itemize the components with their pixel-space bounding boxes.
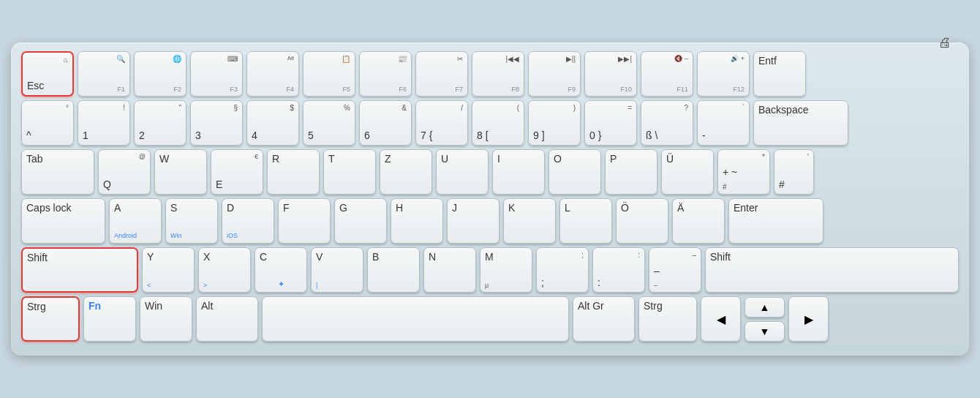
- key-o[interactable]: O: [549, 149, 601, 195]
- key-shift-left[interactable]: Shift: [21, 247, 138, 293]
- key-minus[interactable]: – – –: [649, 247, 701, 293]
- key-0[interactable]: = 0 }: [584, 100, 637, 146]
- key-f9[interactable]: ▶|| F9: [528, 51, 581, 97]
- key-semicolon[interactable]: ; ;: [536, 247, 589, 293]
- key-f10[interactable]: ▶▶| F10: [584, 51, 637, 97]
- key-v[interactable]: V |: [311, 247, 363, 293]
- key-entf[interactable]: Entf: [753, 51, 806, 97]
- key-7[interactable]: / 7 {: [415, 100, 468, 146]
- key-plus[interactable]: * + ~ #: [717, 149, 770, 195]
- key-f[interactable]: F: [278, 198, 331, 244]
- key-b[interactable]: B: [367, 247, 420, 293]
- key-hash2[interactable]: ' #: [774, 149, 814, 195]
- key-5[interactable]: % 5: [303, 100, 355, 146]
- key-ae[interactable]: Ä: [672, 198, 725, 244]
- function-row: ⌂ Esc 🔍 F1 🌐 F2 ⌨ F3 Alt F4 📋 F5 📰 F6 ✂: [21, 51, 959, 97]
- key-enter[interactable]: Enter: [728, 198, 823, 244]
- key-m[interactable]: M μ: [480, 247, 532, 293]
- key-q[interactable]: @ Q: [98, 149, 151, 195]
- key-l[interactable]: L: [559, 198, 612, 244]
- keyboard: 🖨 ⌂ Esc 🔍 F1 🌐 F2 ⌨ F3 Alt F4 📋 F5 📰: [11, 42, 969, 356]
- key-n[interactable]: N: [423, 247, 476, 293]
- arrow-vertical-group: ▲ ▼: [745, 297, 785, 342]
- key-f1[interactable]: 🔍 F1: [78, 51, 130, 97]
- key-1[interactable]: ! 1: [78, 100, 130, 146]
- key-alt-left[interactable]: Alt: [196, 296, 258, 342]
- key-3[interactable]: § 3: [190, 100, 243, 146]
- key-d[interactable]: D iOS: [222, 198, 274, 244]
- key-arrow-down[interactable]: ▼: [745, 321, 785, 342]
- key-f7[interactable]: ✂ F7: [415, 51, 468, 97]
- key-f6[interactable]: 📰 F6: [359, 51, 412, 97]
- key-sharp[interactable]: ? ß \: [641, 100, 693, 146]
- key-j[interactable]: J: [447, 198, 500, 244]
- key-tab[interactable]: Tab: [21, 149, 94, 195]
- key-c[interactable]: C ✦: [255, 247, 307, 293]
- key-k[interactable]: K: [503, 198, 556, 244]
- printer-icon: 🖨: [938, 35, 951, 50]
- key-f3[interactable]: ⌨ F3: [190, 51, 243, 97]
- key-colon[interactable]: : :: [592, 247, 645, 293]
- key-f11[interactable]: 🔇 – F11: [641, 51, 693, 97]
- key-g[interactable]: G: [334, 198, 387, 244]
- key-s[interactable]: S Win: [165, 198, 218, 244]
- key-arrow-right[interactable]: ▶: [788, 296, 829, 342]
- key-f8[interactable]: |◀◀ F8: [472, 51, 524, 97]
- key-e[interactable]: € E: [211, 149, 263, 195]
- key-r[interactable]: R: [267, 149, 320, 195]
- number-row: ° ^ ! 1 " 2 § 3 $ 4 % 5 & 6 / 7 {: [21, 100, 959, 146]
- key-strg-left[interactable]: Strg: [21, 296, 80, 342]
- key-oe[interactable]: Ö: [616, 198, 668, 244]
- bottom-row: Strg Fn Win Alt Alt Gr Strg ◀ ▲ ▼: [21, 296, 959, 342]
- key-9[interactable]: ) 9 ]: [528, 100, 581, 146]
- key-f5[interactable]: 📋 F5: [303, 51, 355, 97]
- asdf-row: Caps lock A Android S Win D iOS F G H J …: [21, 198, 959, 244]
- key-h[interactable]: H: [391, 198, 443, 244]
- key-caret[interactable]: ° ^: [21, 100, 74, 146]
- key-p[interactable]: P: [605, 149, 657, 195]
- key-esc[interactable]: ⌂ Esc: [21, 51, 74, 97]
- qwertz-row: Tab @ Q W € E R T Z U I O P: [21, 149, 959, 195]
- key-altgr[interactable]: Alt Gr: [573, 296, 635, 342]
- key-w[interactable]: W: [154, 149, 207, 195]
- key-shift-right[interactable]: Shift: [705, 247, 959, 293]
- key-t[interactable]: T: [323, 149, 376, 195]
- key-x[interactable]: X >: [198, 247, 251, 293]
- key-caps-lock[interactable]: Caps lock: [21, 198, 105, 244]
- key-arrow-up[interactable]: ▲: [745, 297, 785, 318]
- key-y[interactable]: Y <: [142, 247, 195, 293]
- key-u[interactable]: U: [436, 149, 489, 195]
- key-backtick[interactable]: ` -: [697, 100, 750, 146]
- key-ue[interactable]: Ü: [661, 149, 714, 195]
- key-f2[interactable]: 🌐 F2: [134, 51, 186, 97]
- shift-row: Shift Y < X > C ✦ V | B N M μ ; ;: [21, 247, 959, 293]
- key-arrow-left[interactable]: ◀: [701, 296, 741, 342]
- key-fn[interactable]: Fn: [83, 296, 136, 342]
- key-i[interactable]: I: [492, 149, 545, 195]
- key-4[interactable]: $ 4: [246, 100, 299, 146]
- key-2[interactable]: " 2: [134, 100, 186, 146]
- key-f4[interactable]: Alt F4: [246, 51, 299, 97]
- key-8[interactable]: ( 8 [: [472, 100, 524, 146]
- key-z[interactable]: Z: [380, 149, 432, 195]
- key-a[interactable]: A Android: [109, 198, 162, 244]
- key-backspace[interactable]: Backspace: [753, 100, 848, 146]
- key-space[interactable]: [262, 296, 569, 342]
- key-f12[interactable]: 🔊 + F12: [697, 51, 750, 97]
- key-6[interactable]: & 6: [359, 100, 412, 146]
- key-win[interactable]: Win: [140, 296, 192, 342]
- key-strg-right[interactable]: Strg: [638, 296, 697, 342]
